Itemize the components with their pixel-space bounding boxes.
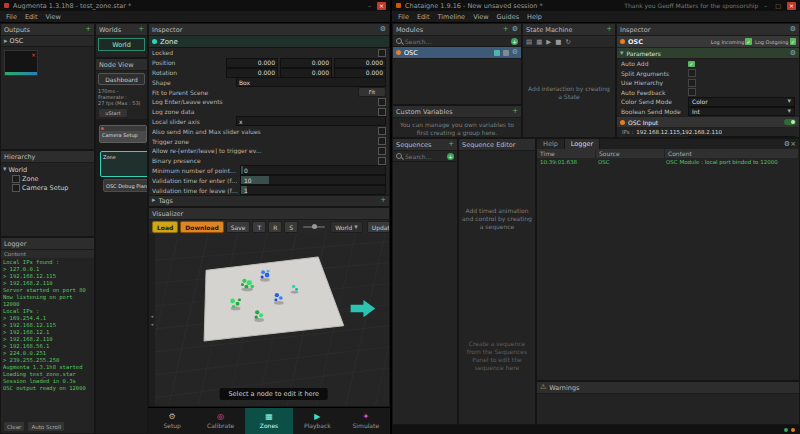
column-time[interactable]: Time [537, 149, 596, 158]
menu-item[interactable]: Help [527, 13, 542, 21]
boolean-send-mode-dropdown[interactable]: Int ▾ [688, 107, 795, 117]
output-preview-thumbnail[interactable]: × [4, 50, 38, 76]
allow-retrigger-checkbox[interactable] [378, 147, 386, 155]
output-item-osc[interactable]: ▸ OSC [1, 36, 94, 47]
close-button[interactable]: × [787, 2, 796, 10]
rotation-y-input[interactable]: 0.000 [280, 68, 332, 78]
position-z-input[interactable]: 0.000 [334, 58, 386, 68]
validation-leave-slider[interactable]: 1 [240, 185, 386, 195]
refresh-icon[interactable]: ↻ [565, 38, 570, 46]
split-arguments-checkbox[interactable] [688, 69, 696, 77]
translate-tool-button[interactable]: T [252, 221, 266, 233]
sequences-search[interactable]: Search... + [393, 151, 457, 162]
tags-section[interactable]: ▸ Tags + [149, 195, 389, 207]
modules-search[interactable]: Search... + [393, 36, 521, 47]
add-state-icon[interactable]: + [606, 26, 612, 33]
log-outgoing-checkbox[interactable]: ✓ [790, 38, 797, 45]
close-button[interactable]: × [377, 2, 386, 10]
clear-log-icon[interactable]: × [790, 141, 796, 148]
node-osc-debug[interactable]: OSC Debug Plane [103, 179, 148, 192]
load-button[interactable]: Load [152, 221, 178, 233]
module-item-osc[interactable]: OSC ⚙ [393, 47, 521, 59]
add-variable-icon[interactable]: + [512, 108, 518, 115]
minimize-button[interactable]: – [762, 2, 769, 10]
gear-icon[interactable]: ⚙ [790, 26, 796, 33]
remove-output-icon[interactable]: × [31, 51, 36, 58]
rotation-z-input[interactable]: 0.000 [334, 68, 386, 78]
tree-item-world[interactable]: ▾ World [3, 165, 92, 174]
zoom-slider[interactable] [303, 226, 325, 228]
parameters-section-header[interactable]: ▾ Parameters ⚙ [617, 48, 799, 59]
grid-view-icon[interactable]: ▦ [536, 38, 542, 46]
stop-icon[interactable]: ■ [555, 38, 561, 46]
viewport-3d[interactable]: ◂◂ Select a node to edit it here [149, 234, 389, 406]
chevron-down-icon[interactable]: ▾ [3, 166, 7, 173]
add-sequence-button[interactable]: + [447, 153, 454, 160]
zone-visibility-checkbox[interactable] [12, 175, 20, 183]
add-module-icon[interactable]: + [503, 26, 509, 33]
tab-help[interactable]: Help [537, 139, 565, 149]
auto-feedback-checkbox[interactable] [688, 88, 696, 96]
menu-item[interactable]: View [473, 13, 488, 21]
validation-enter-slider[interactable]: 10 [240, 175, 386, 185]
minimize-button[interactable]: – [366, 2, 373, 10]
menu-item[interactable]: Timeline [437, 13, 465, 21]
list-view-icon[interactable]: ▤ [526, 38, 532, 46]
node-camera-setup[interactable]: Camera Setup [99, 125, 147, 143]
tab-calibrate[interactable]: ◎ Calibrate [196, 408, 244, 434]
logger-content[interactable]: Local IPs found :> 127.0.0.1> 192.168.12… [1, 258, 94, 420]
send-minmax-checkbox[interactable] [378, 127, 386, 135]
color-send-mode-dropdown[interactable]: Color ▾ [688, 97, 795, 107]
add-sequence-icon[interactable]: + [448, 141, 454, 148]
autoscroll-button[interactable]: Auto Scroll [27, 421, 65, 432]
add-output-icon[interactable]: + [85, 26, 91, 33]
add-module-button[interactable]: + [511, 38, 518, 45]
log-incoming-checkbox[interactable]: ✓ [745, 38, 752, 45]
gear-icon[interactable]: ⚙ [512, 49, 518, 56]
world-item[interactable]: World [98, 38, 145, 51]
tab-logger[interactable]: Logger [565, 139, 600, 149]
space-dropdown[interactable]: World ▾ [330, 221, 363, 233]
updates-button[interactable]: Updates [367, 221, 390, 233]
add-world-icon[interactable]: + [138, 26, 144, 33]
menu-item[interactable]: File [398, 13, 409, 21]
save-button[interactable]: Save [226, 221, 251, 233]
clear-log-button[interactable]: Clear [3, 421, 25, 432]
tree-item-zone[interactable]: Zone [3, 174, 92, 183]
trigger-zone-checkbox[interactable] [378, 137, 386, 145]
column-source[interactable]: Source [596, 149, 665, 158]
locked-checkbox[interactable] [378, 49, 386, 57]
camera-visibility-checkbox[interactable] [12, 184, 20, 192]
slider-axis-dropdown[interactable]: x [236, 116, 386, 126]
column-content[interactable]: Content [665, 149, 799, 158]
add-tag-icon[interactable]: + [380, 197, 386, 204]
tab-simulate[interactable]: ✦ Simulate [342, 408, 390, 434]
position-x-input[interactable]: 0.000 [226, 58, 278, 68]
shape-dropdown[interactable]: Box [236, 77, 386, 87]
gear-icon[interactable]: ⚙ [512, 26, 518, 33]
auto-add-checkbox[interactable]: ✓ [688, 61, 695, 68]
tab-zones[interactable]: ▦ Zones [245, 408, 293, 434]
log-events-checkbox[interactable] [378, 98, 386, 106]
rotation-x-input[interactable]: 0.000 [226, 68, 278, 78]
dashboard-button[interactable]: Dashboard [98, 73, 145, 85]
gear-icon[interactable]: ⚙ [380, 26, 386, 33]
osc-input-section-header[interactable]: OSC Input [617, 116, 799, 128]
tab-playback[interactable]: ▶ Playback [293, 408, 341, 434]
play-icon[interactable]: ▶ [546, 38, 551, 46]
log-data-checkbox[interactable] [378, 108, 386, 116]
use-hierarchy-checkbox[interactable] [688, 79, 696, 87]
gear-icon[interactable]: ⚙ [790, 50, 796, 57]
panel-collapse-handle[interactable]: ◂◂ [149, 234, 155, 406]
scale-tool-button[interactable]: S [284, 221, 298, 233]
start-button[interactable]: uStart [98, 108, 128, 118]
menu-item[interactable]: Edit [25, 13, 38, 21]
download-button[interactable]: Download [180, 221, 223, 233]
fit-button[interactable]: Fit [358, 87, 386, 97]
rotate-tool-button[interactable]: R [268, 221, 282, 233]
min-points-slider[interactable]: 0 [240, 165, 386, 175]
menu-item[interactable]: View [45, 13, 60, 21]
tree-item-camera-setup[interactable]: Camera Setup [3, 183, 92, 192]
node-zone-selected[interactable]: Zone [100, 151, 148, 177]
tab-setup[interactable]: ⚙ Setup [148, 408, 196, 434]
